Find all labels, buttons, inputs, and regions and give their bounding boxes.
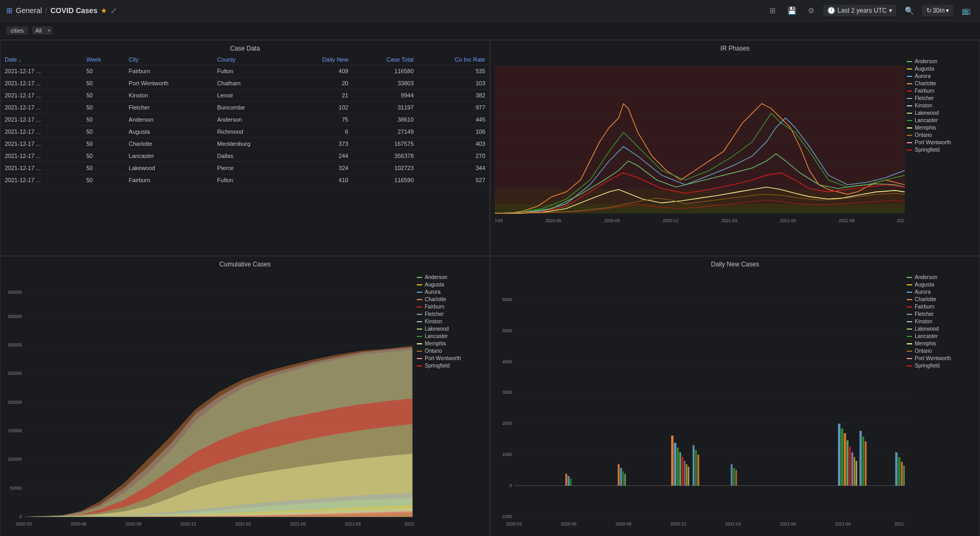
legend-item[interactable]: Ontario xyxy=(907,348,975,354)
svg-rect-86 xyxy=(677,448,679,485)
table-cell: 102723 xyxy=(353,162,418,174)
svg-text:2020-06: 2020-06 xyxy=(545,219,561,223)
legend-item[interactable]: Lakewood xyxy=(907,110,975,116)
grid-icon: ⊞ xyxy=(6,6,13,15)
svg-text:2000: 2000 xyxy=(502,421,512,426)
svg-text:400000: 400000 xyxy=(7,290,22,295)
legend-item[interactable]: Springfield xyxy=(907,147,975,153)
add-panel-button[interactable]: ⊞ xyxy=(766,4,779,17)
col-date[interactable]: Date ↓ xyxy=(1,54,82,65)
table-cell: 9944 xyxy=(353,90,418,102)
legend-item[interactable]: Anderson xyxy=(907,58,975,64)
legend-item[interactable]: Ontario xyxy=(417,348,485,354)
legend-item[interactable]: Fairburn xyxy=(417,304,485,310)
legend-item[interactable]: Fairburn xyxy=(907,88,975,94)
legend-color xyxy=(907,284,912,285)
col-case-total[interactable]: Case Total xyxy=(353,54,418,65)
table-cell: Anderson xyxy=(125,114,213,126)
svg-rect-90 xyxy=(686,464,687,486)
svg-text:350000: 350000 xyxy=(7,314,22,319)
table-cell: 50 xyxy=(82,174,125,186)
svg-rect-83 xyxy=(624,474,626,486)
refresh-interval-picker[interactable]: ↻ 30m ▾ xyxy=(922,5,953,16)
zoom-out-button[interactable]: 🔍 xyxy=(902,4,917,17)
chevron-down-icon: ▾ xyxy=(946,7,949,14)
svg-text:200000: 200000 xyxy=(7,400,22,405)
legend-item[interactable]: Memphis xyxy=(907,341,975,346)
col-co-inc-rate[interactable]: Co Inc Rate xyxy=(418,54,489,65)
table-cell: 373 xyxy=(289,138,353,150)
table-cell: 244 xyxy=(289,150,353,162)
table-cell: Fulton xyxy=(213,174,289,186)
legend-item[interactable]: Aurora xyxy=(907,289,975,295)
table-cell: 50 xyxy=(82,102,125,114)
table-cell: Richmond xyxy=(213,126,289,138)
table-cell: Lancaster xyxy=(125,150,213,162)
breadcrumb-parent[interactable]: General xyxy=(16,6,42,15)
legend-label: Springfield xyxy=(915,147,939,153)
svg-rect-110 xyxy=(898,457,901,485)
filter-select-wrap[interactable]: All xyxy=(32,26,53,35)
legend-item[interactable]: Aurora xyxy=(417,289,485,295)
legend-item[interactable]: Port Wentworth xyxy=(417,355,485,361)
legend-item[interactable]: Augusta xyxy=(417,282,485,287)
legend-item[interactable]: Augusta xyxy=(907,66,975,72)
svg-rect-77 xyxy=(565,474,567,486)
table-cell: 6 xyxy=(289,126,353,138)
legend-label: Ontario xyxy=(425,348,442,354)
col-city[interactable]: City xyxy=(125,54,213,65)
star-icon[interactable]: ★ xyxy=(101,6,107,15)
legend-item[interactable]: Fletcher xyxy=(417,311,485,317)
legend-item[interactable]: Charlotte xyxy=(907,81,975,86)
svg-text:-1000: -1000 xyxy=(501,514,512,519)
legend-item[interactable]: Lakewood xyxy=(417,326,485,332)
legend-item[interactable]: Lancaster xyxy=(907,333,975,339)
legend-item[interactable]: Memphis xyxy=(417,341,485,346)
legend-item[interactable]: Kinston xyxy=(907,103,975,108)
legend-item[interactable]: Lancaster xyxy=(907,117,975,123)
tv-mode-button[interactable]: 📺 xyxy=(958,4,974,17)
col-week[interactable]: Week xyxy=(82,54,125,65)
table-panel: Case Data Date ↓ Week City County Daily … xyxy=(0,40,490,256)
legend-item[interactable]: Ontario xyxy=(907,132,975,138)
legend-item[interactable]: Fletcher xyxy=(907,311,975,317)
legend-label: Augusta xyxy=(915,66,934,72)
legend-item[interactable]: Memphis xyxy=(907,125,975,131)
table-wrap[interactable]: Date ↓ Week City County Daily New Case T… xyxy=(1,54,489,255)
legend-item[interactable]: Charlotte xyxy=(907,296,975,302)
svg-text:2021-03: 2021-03 xyxy=(722,219,737,223)
table-cell: Mecklenburg xyxy=(213,138,289,150)
svg-rect-108 xyxy=(865,441,867,485)
col-daily-new[interactable]: Daily New xyxy=(289,54,353,65)
legend-label: Charlotte xyxy=(915,296,936,302)
legend-color xyxy=(907,61,912,62)
legend-item[interactable]: Port Wentworth xyxy=(907,355,975,361)
settings-button[interactable]: ⚙ xyxy=(805,4,818,17)
legend-item[interactable]: Kinston xyxy=(417,319,485,324)
time-range-picker[interactable]: 🕐 Last 2 years UTC ▾ xyxy=(823,5,896,16)
legend-item[interactable]: Charlotte xyxy=(417,296,485,302)
legend-item[interactable]: Kinston xyxy=(907,319,975,324)
legend-item[interactable]: Springfield xyxy=(907,363,975,369)
legend-label: Fairburn xyxy=(425,304,444,310)
col-county[interactable]: County xyxy=(213,54,289,65)
filter-dropdown[interactable]: All xyxy=(32,26,53,35)
table-cell: 50 xyxy=(82,150,125,162)
legend-item[interactable]: Lakewood xyxy=(907,326,975,332)
legend-item[interactable]: Port Wentworth xyxy=(907,140,975,145)
legend-label: Charlotte xyxy=(915,81,936,86)
legend-item[interactable]: Aurora xyxy=(907,73,975,79)
legend-item[interactable]: Lancaster xyxy=(417,333,485,339)
legend-color xyxy=(907,83,912,84)
legend-item[interactable]: Springfield xyxy=(417,363,485,369)
legend-item[interactable]: Anderson xyxy=(417,274,485,280)
legend-item[interactable]: Fairburn xyxy=(907,304,975,310)
share-icon[interactable]: ⤢ xyxy=(111,6,117,15)
table-cell: 50 xyxy=(82,162,125,174)
legend-item[interactable]: Augusta xyxy=(907,282,975,287)
svg-rect-101 xyxy=(846,440,848,485)
save-button[interactable]: 💾 xyxy=(784,4,799,17)
legend-item[interactable]: Anderson xyxy=(907,274,975,280)
svg-rect-79 xyxy=(570,479,572,486)
legend-item[interactable]: Fletcher xyxy=(907,95,975,101)
